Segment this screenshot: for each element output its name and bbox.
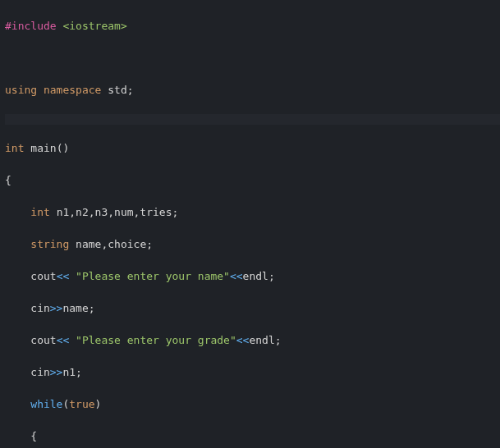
code-editor[interactable]: #include <iostream> using namespace std;… [0, 0, 500, 448]
code-line: { [5, 172, 500, 189]
code-line-cursor [5, 114, 500, 125]
code-line: { [5, 428, 500, 445]
code-line: while(true) [5, 396, 500, 413]
code-line: int n1,n2,n3,num,tries; [5, 204, 500, 221]
code-line: cin>>n1; [5, 364, 500, 381]
code-line: using namespace std; [5, 82, 500, 98]
code-line [5, 50, 500, 66]
code-line: int main() [5, 140, 500, 157]
code-line: string name,choice; [5, 236, 500, 253]
code-line: cin>>name; [5, 300, 500, 317]
code-line: #include <iostream> [5, 18, 500, 34]
code-line: cout<< "Please enter your name"<<endl; [5, 268, 500, 285]
code-line: cout<< "Please enter your grade"<<endl; [5, 332, 500, 349]
